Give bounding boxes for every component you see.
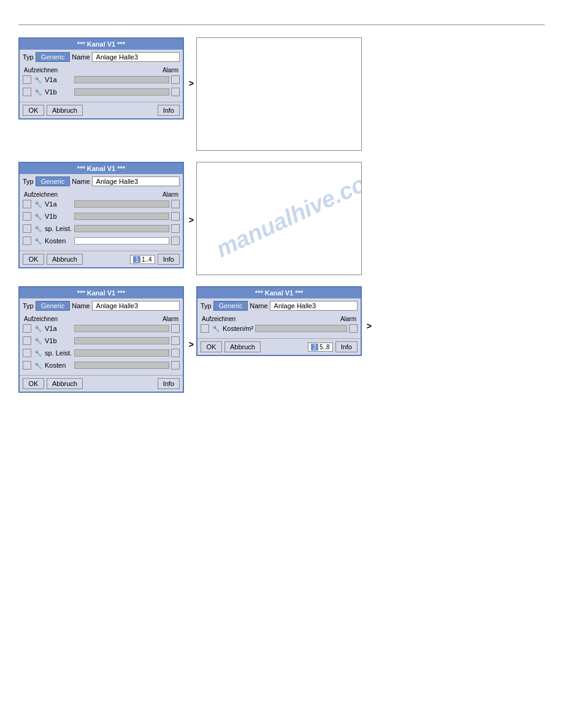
channel-row-v1a-2: 🔧 V1a (23, 199, 180, 209)
ch-alarm-v1a-2[interactable] (171, 200, 180, 208)
ch-alarm-v1b-3[interactable] (171, 336, 180, 345)
page-indicator-4: 2 5..8 (308, 343, 332, 352)
col-headers-4: Aufzeichnen Alarm (201, 316, 358, 324)
ch-alarm-v1a-1[interactable] (171, 75, 180, 84)
col-aufzeichnen-2: Aufzeichnen (24, 191, 58, 198)
name-value-3: Anlage Halle3 (92, 301, 180, 311)
ch-alarm-v1b-1[interactable] (171, 88, 180, 96)
col-aufzeichnen-1: Aufzeichnen (24, 67, 58, 74)
generic-btn-3[interactable]: Generic (36, 301, 71, 311)
ch-alarm-v1a-3[interactable] (171, 324, 180, 333)
ch-icon-spl-2: 🔧 (33, 224, 43, 233)
ch-bar-v1b-2 (74, 213, 169, 220)
ch-checkbox-v1a-3[interactable] (23, 324, 31, 333)
col-headers-2: Aufzeichnen Alarm (23, 191, 180, 199)
ch-bar-v1a-1 (74, 76, 169, 83)
dialog-4-body-wrapper: Aufzeichnen Alarm 🔧 Kosten/m² > (197, 313, 361, 338)
abbruch-btn-1[interactable]: Abbruch (47, 105, 83, 116)
dialog-1: *** Kanal V1 *** Typ Generic Name Anlage… (18, 37, 184, 119)
top-rule (18, 25, 545, 25)
dialog-4: *** Kanal V1 *** Typ Generic Name Anlage… (196, 286, 362, 356)
nav-arrow-4[interactable]: > (367, 321, 372, 331)
dialog-1-header: Typ Generic Name Anlage Halle3 (20, 50, 183, 64)
info-btn-3[interactable]: Info (158, 378, 180, 389)
col-alarm-3: Alarm (163, 316, 178, 322)
dialog-4-title: *** Kanal V1 *** (197, 287, 361, 298)
channel-row-kostenm2-4: 🔧 Kosten/m² (201, 324, 358, 333)
abbruch-btn-3[interactable]: Abbruch (47, 378, 83, 389)
channel-row-v1a-3: 🔧 V1a (23, 324, 180, 333)
ch-label-v1b-3: V1b (45, 337, 72, 344)
ch-alarm-kosten-2[interactable] (171, 237, 180, 245)
ch-icon-v1a-1: 🔧 (33, 75, 43, 85)
name-label-1: Name (72, 53, 90, 61)
ch-checkbox-v1b-1[interactable] (23, 88, 31, 96)
ch-checkbox-kosten-3[interactable] (23, 361, 31, 370)
name-value-4: Anlage Halle3 (270, 301, 358, 311)
ch-checkbox-kostenm2-4[interactable] (201, 324, 209, 333)
nav-arrow-2[interactable]: > (189, 215, 194, 225)
dialog-2-title: *** Kanal V1 *** (20, 163, 183, 174)
abbruch-btn-4[interactable]: Abbruch (224, 341, 261, 352)
nav-arrow-3[interactable]: > (189, 339, 194, 349)
generic-btn-1[interactable]: Generic (36, 52, 71, 62)
watermark-2: manualhive.com (212, 162, 362, 263)
ch-checkbox-spl-3[interactable] (23, 349, 31, 357)
col-headers-1: Aufzeichnen Alarm (23, 67, 180, 75)
dialog-3-title: *** Kanal V1 *** (20, 287, 183, 298)
col-alarm-1: Alarm (163, 67, 178, 74)
ch-bar-kosten-2 (74, 237, 169, 245)
ch-checkbox-v1a-2[interactable] (23, 200, 31, 208)
dialog-3: *** Kanal V1 *** Typ Generic Name Anlage… (18, 286, 184, 393)
ch-alarm-kostenm2-4[interactable] (349, 324, 358, 333)
info-btn-2[interactable]: Info (158, 254, 180, 265)
name-label-4: Name (250, 302, 267, 309)
col-aufzeichnen-3: Aufzeichnen (24, 316, 58, 322)
empty-box-2: manualhive.com (196, 162, 362, 275)
ch-icon-v1a-2: 🔧 (33, 199, 43, 209)
typ-label-4: Typ (201, 302, 212, 309)
typ-label-1: Typ (23, 53, 34, 61)
channel-row-v1b-1: 🔧 V1b (23, 87, 180, 97)
name-value-2: Anlage Halle3 (92, 176, 180, 186)
generic-btn-4[interactable]: Generic (213, 301, 248, 311)
ch-checkbox-v1b-2[interactable] (23, 212, 31, 221)
ch-checkbox-spl-2[interactable] (23, 224, 31, 233)
ok-btn-2[interactable]: OK (23, 254, 44, 265)
channel-row-kosten-3: 🔧 Kosten (23, 360, 180, 370)
ch-icon-v1b-1: 🔧 (33, 87, 43, 97)
dialog-3-header: Typ Generic Name Anlage Halle3 (20, 298, 183, 313)
col-alarm-2: Alarm (163, 191, 178, 198)
generic-btn-2[interactable]: Generic (36, 176, 71, 186)
ch-label-spl-3: sp. Leist. (45, 349, 72, 357)
ch-alarm-kosten-3[interactable] (171, 361, 180, 370)
ok-btn-1[interactable]: OK (23, 105, 44, 116)
row-2: *** Kanal V1 *** Typ Generic Name Anlage… (18, 162, 545, 275)
ch-alarm-v1b-2[interactable] (171, 212, 180, 221)
ok-btn-4[interactable]: OK (201, 341, 222, 352)
dialog-2-footer: OK Abbruch 1 1..4 Info (20, 251, 183, 267)
ch-bar-v1b-3 (74, 337, 169, 344)
ch-label-v1a-1: V1a (45, 76, 72, 83)
ch-checkbox-kosten-2[interactable] (23, 237, 31, 245)
ch-alarm-spl-2[interactable] (171, 224, 180, 233)
channel-row-kosten-2: 🔧 Kosten (23, 236, 180, 246)
abbruch-btn-2[interactable]: Abbruch (47, 254, 83, 265)
ok-btn-3[interactable]: OK (23, 378, 44, 389)
typ-label-2: Typ (23, 178, 34, 185)
ch-checkbox-v1b-3[interactable] (23, 336, 31, 345)
info-btn-4[interactable]: Info (335, 341, 358, 352)
nav-arrow-1[interactable]: > (189, 78, 194, 88)
ch-label-v1a-3: V1a (45, 325, 72, 332)
ch-icon-kosten-2: 🔧 (33, 236, 43, 246)
dialog-4-header: Typ Generic Name Anlage Halle3 (197, 298, 361, 313)
ch-alarm-spl-3[interactable] (171, 349, 180, 357)
ch-label-kosten-3: Kosten (45, 362, 72, 369)
ch-checkbox-v1a-1[interactable] (23, 75, 31, 84)
info-btn-1[interactable]: Info (158, 105, 180, 116)
dialog-3-body: Aufzeichnen Alarm 🔧 V1a 🔧 V1b (20, 313, 183, 375)
dialog-3-body-wrapper: Aufzeichnen Alarm 🔧 V1a 🔧 V1b (20, 313, 183, 375)
ch-icon-v1b-2: 🔧 (33, 211, 43, 221)
channel-row-v1a-1: 🔧 V1a (23, 75, 180, 85)
dialog-1-footer: OK Abbruch Info (20, 102, 183, 118)
